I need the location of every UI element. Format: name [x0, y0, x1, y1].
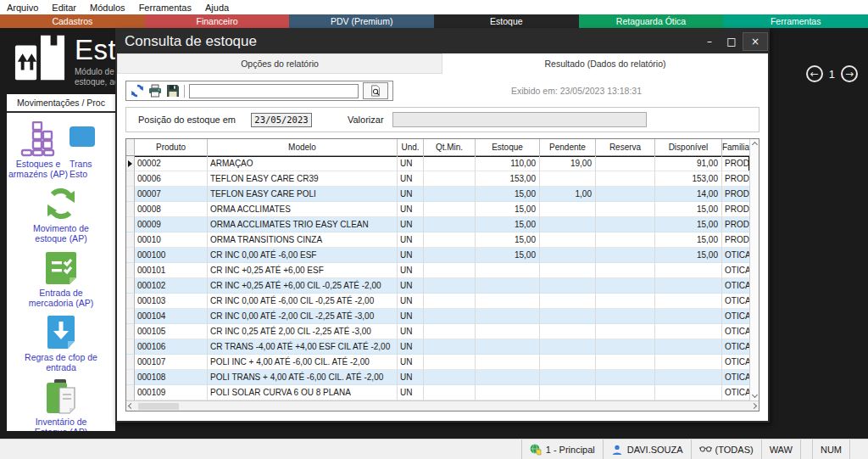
tab-opcoes-do-relatorio[interactable]: Opções do relatório — [117, 53, 442, 74]
table-row[interactable]: 00002ARMAÇAOUN110,0019,0091,00PRODUTO — [126, 156, 749, 171]
cell-produto: 000102 — [135, 278, 208, 294]
column-header-qtmin[interactable]: Qt.Min. — [424, 139, 476, 156]
posicao-estoque-date-field[interactable]: 23/05/2023 — [251, 113, 312, 127]
row-indicator — [126, 339, 135, 355]
cell-und: UN — [398, 202, 424, 217]
table-row[interactable]: 000101CR INC +0,25 ATÉ +6,00 ESFUNOTICA … — [126, 263, 749, 278]
save-icon[interactable] — [166, 84, 180, 98]
table-row[interactable]: 000108POLI TRANS + 4,00 ATÉ -6,00 CIL. A… — [126, 370, 749, 385]
cell-produto: 00002 — [135, 156, 208, 171]
cell-estoque: 110,00 — [476, 156, 540, 171]
cell-reserva — [596, 217, 655, 232]
cell-produto: 00007 — [135, 187, 208, 202]
table-row[interactable]: 00006TEFLON EASY CARE CR39UN153,00153,00… — [126, 171, 749, 187]
close-button[interactable]: × — [743, 32, 768, 51]
table-row[interactable]: 00009ORMA ACCLIMATES TRIO EASY CLEANUN15… — [126, 217, 749, 232]
table-row[interactable]: 00010ORMA TRANSITIONS CINZAUN15,0015,00P… — [126, 232, 749, 248]
column-header-produto[interactable]: Produto — [135, 139, 208, 156]
num-lock-label: NUM — [821, 445, 842, 455]
page-next-button[interactable]: → — [841, 65, 858, 82]
menu-item-editar[interactable]: Editar — [52, 3, 76, 13]
cell-reserva — [596, 294, 655, 309]
page-prev-button[interactable]: ← — [806, 65, 823, 82]
cell-pendente — [540, 232, 596, 248]
module-tab-cadastros[interactable]: Cadastros — [0, 14, 145, 28]
table-row[interactable]: 000107POLI INC + 4,00 ATÉ -6,00 CIL. ATÉ… — [126, 355, 749, 370]
scroll-left-icon[interactable] — [128, 403, 134, 409]
scroll-down-icon[interactable] — [751, 392, 757, 398]
cell-qtmin — [424, 324, 476, 339]
row-indicator — [126, 294, 135, 309]
column-header-und[interactable]: Und. — [398, 139, 424, 156]
cell-qtmin — [424, 278, 476, 294]
cell-qtmin — [424, 294, 476, 309]
statusbar-num: NUM — [812, 439, 849, 459]
hscroll-thumb[interactable] — [138, 403, 179, 410]
column-header-estoque[interactable]: Estoque — [476, 139, 540, 156]
row-indicator — [126, 263, 135, 278]
dialog-title: Consulta de estoque — [125, 33, 257, 50]
minimize-button[interactable]: – — [698, 32, 721, 51]
column-header-familia[interactable]: Familia — [722, 139, 749, 156]
toolbar-search-input[interactable] — [189, 84, 359, 98]
sidebar-tab-movimentacoes[interactable]: Movimentações / Proc — [7, 94, 115, 113]
maximize-button[interactable]: □ — [721, 32, 743, 51]
module-tab-financeiro[interactable]: Financeiro — [145, 14, 290, 28]
cell-produto: 000103 — [135, 294, 208, 309]
table-row[interactable]: 000105CR INC 0,25 ATÉ 2,00 CIL -2,25 ATÉ… — [126, 324, 749, 339]
menu-item-ajuda[interactable]: Ajuda — [205, 3, 229, 13]
selected-row-arrow-icon — [128, 160, 132, 167]
cell-reserva — [596, 232, 655, 248]
sidebar-item-regras-de-cfop-de-entrada[interactable]: Regras de cfop de entrada — [7, 315, 115, 379]
menu-item-ferramentas[interactable]: Ferramentas — [139, 3, 192, 13]
vertical-scrollbar[interactable] — [749, 139, 759, 400]
table-row[interactable]: 000103CR INC 0,00 ATÉ -6,00 CIL -0,25 AT… — [126, 294, 749, 309]
print-icon[interactable] — [148, 84, 162, 98]
sidebar-item-trans-esto[interactable]: Trans Esto — [70, 121, 115, 186]
column-header-pendente[interactable]: Pendente — [540, 139, 596, 156]
table-row[interactable]: 00008ORMA ACCLIMATESUN15,0015,00PRODUTO — [126, 202, 749, 217]
table-row[interactable]: 00007TEFLON EASY CARE POLIUN15,001,0014,… — [126, 187, 749, 202]
sidebar-item-entrada-de-mercadoria-ap[interactable]: Entrada de mercadoria (AP) — [7, 250, 115, 315]
sidebar-item-movimento-de-estoque-ap[interactable]: Movimento de estoque (AP) — [7, 186, 115, 250]
cell-und: UN — [398, 217, 424, 232]
cell-reserva — [596, 370, 655, 385]
refresh-icon[interactable] — [131, 84, 144, 98]
cell-modelo: ORMA ACCLIMATES — [208, 202, 398, 217]
menu-item-modulos[interactable]: Módulos — [90, 3, 125, 13]
module-tab-pdv-premium[interactable]: PDV (Premium) — [289, 14, 434, 28]
module-tab-ferramentas[interactable]: Ferramentas — [723, 14, 868, 28]
preview-button[interactable] — [363, 82, 388, 99]
valorizar-input[interactable] — [392, 112, 647, 127]
statusbar-station: WAW — [761, 439, 800, 459]
valorizar-label: Valorizar — [348, 115, 384, 125]
posicao-estoque-label: Posição do estoque em — [138, 115, 236, 125]
tab-resultado[interactable]: Resultado (Dados do relatório) — [442, 53, 768, 74]
table-row[interactable]: 000104CR INC 0,00 ATÉ -2,00 CIL -2,25 AT… — [126, 309, 749, 324]
horizontal-scrollbar[interactable] — [126, 400, 759, 411]
sidebar: Movimentações / Proc Estoques e armazéns… — [7, 94, 115, 431]
checklist-icon — [42, 250, 80, 286]
column-header-modelo[interactable]: Modelo — [208, 139, 398, 156]
truck-icon — [70, 121, 107, 157]
table-row[interactable]: 000106CR TRANS -4,00 ATÉ +4,00 ESF CIL A… — [126, 339, 749, 355]
cell-modelo: CR INC 0,00 ATÉ -2,00 CIL -2,25 ATÉ -3,0… — [208, 309, 398, 324]
cell-reserva — [596, 202, 655, 217]
scroll-up-icon[interactable] — [751, 142, 757, 148]
cell-pendente: 1,00 — [540, 187, 596, 202]
sidebar-item-inventario-de-estoque-ap[interactable]: Inventário de Estoque (AP) — [7, 379, 115, 431]
module-tab-retaguarda-otica[interactable]: Retaguarda Ótica — [579, 14, 724, 28]
menu-item-arquivo[interactable]: Arquivo — [7, 3, 38, 13]
table-row[interactable]: 000102CR INC +0,25 ATÉ +6,00 CIL -0,25 A… — [126, 278, 749, 294]
module-tab-estoque[interactable]: Estoque — [434, 14, 579, 28]
cell-reserva — [596, 263, 655, 278]
column-header-disponivel[interactable]: Disponível — [655, 139, 722, 156]
table-row[interactable]: 000109POLI SOLAR CURVA 6 OU 8 PLANAUNOTI… — [126, 385, 749, 400]
sidebar-item-estoques-e-armazens-ap[interactable]: Estoques e armazéns (AP) — [7, 121, 70, 186]
cell-und: UN — [398, 370, 424, 385]
table-row[interactable]: 000100CR INC 0,00 ATÉ -6,00 ESFUN15,0015… — [126, 248, 749, 263]
cell-modelo: CR INC 0,00 ATÉ -6,00 ESF — [208, 248, 398, 263]
dialog-titlebar[interactable]: Consulta de estoque – □ × — [117, 30, 768, 53]
scroll-right-icon[interactable] — [751, 403, 757, 409]
column-header-reserva[interactable]: Reserva — [596, 139, 655, 156]
